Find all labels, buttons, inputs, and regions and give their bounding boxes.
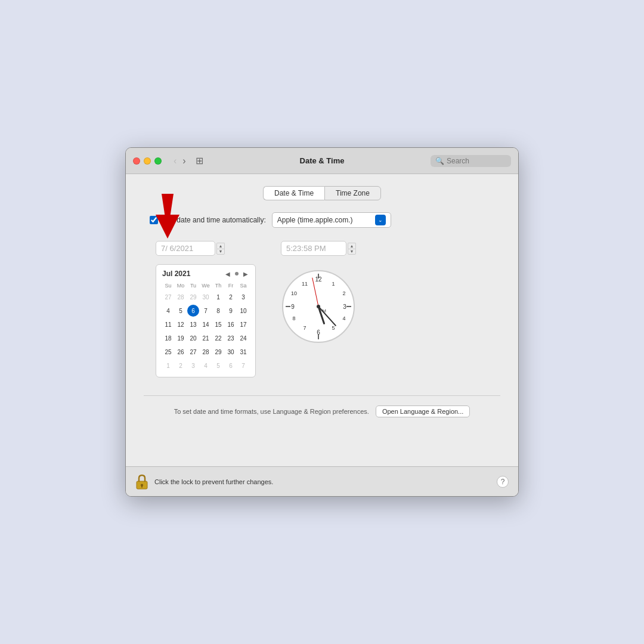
search-box: 🔍 xyxy=(431,155,511,167)
time-increment[interactable]: ▲ xyxy=(348,243,356,249)
table-row[interactable]: 12 xyxy=(175,318,187,330)
back-button[interactable]: ‹ xyxy=(171,155,179,167)
time-input[interactable]: 5:23:58 PM xyxy=(281,241,346,256)
table-row[interactable]: 30 xyxy=(200,291,212,303)
table-row[interactable]: 21 xyxy=(200,332,212,344)
table-row[interactable]: 4 xyxy=(200,360,212,371)
calendar-nav: ◀ ▶ xyxy=(224,271,249,277)
table-row[interactable]: 1 xyxy=(162,360,174,371)
search-input[interactable] xyxy=(447,157,506,165)
forward-button[interactable]: › xyxy=(180,155,188,167)
tab-date-time[interactable]: Date & Time xyxy=(263,186,324,200)
search-icon: 🔍 xyxy=(435,157,444,165)
tabs: Date & Time Time Zone xyxy=(144,186,500,200)
autoset-row: Set date and time automatically: Apple (… xyxy=(144,212,500,228)
table-row[interactable]: 5 xyxy=(212,360,224,371)
tab-time-zone[interactable]: Time Zone xyxy=(324,186,381,200)
table-row[interactable]: 14 xyxy=(200,318,212,330)
table-row[interactable]: 13 xyxy=(187,318,199,330)
date-stepper: ▲ ▼ xyxy=(216,243,225,255)
svg-point-25 xyxy=(317,305,320,308)
bottom-note-text: To set date and time formats, use Langua… xyxy=(174,408,369,415)
date-input-container: 7/ 6/2021 ▲ ▼ xyxy=(156,241,256,256)
grid-icon[interactable]: ⊞ xyxy=(196,155,203,166)
calendar-grid: Su Mo Tu We Th Fr Sa 27 28 29 30 1 2 xyxy=(162,281,249,372)
table-row[interactable]: 4 xyxy=(162,305,174,317)
date-input[interactable]: 7/ 6/2021 xyxy=(156,241,215,256)
clock-column: 5:23:58 PM ▲ ▼ xyxy=(280,241,357,345)
table-row[interactable]: 27 xyxy=(187,346,199,358)
calendar-next[interactable]: ▶ xyxy=(242,271,249,277)
calendar-widget: Jul 2021 ◀ ▶ Su Mo Tu We Th xyxy=(156,264,256,377)
table-row[interactable]: 19 xyxy=(175,332,187,344)
date-value: 7/ 6/2021 xyxy=(161,244,193,253)
table-row[interactable]: 11 xyxy=(162,318,174,330)
table-row[interactable]: 30 xyxy=(225,346,237,358)
calendar-prev[interactable]: ◀ xyxy=(224,271,231,277)
table-row[interactable]: 10 xyxy=(237,305,249,317)
table-row[interactable]: 2 xyxy=(175,360,187,371)
table-row[interactable]: 6 xyxy=(225,360,237,371)
server-select[interactable]: Apple (time.apple.com.) ⌄ xyxy=(272,212,391,228)
lock-text: Click the lock to prevent further change… xyxy=(154,478,273,485)
svg-text:10: 10 xyxy=(291,290,297,296)
cal-header-we: We xyxy=(200,281,212,290)
time-decrement[interactable]: ▼ xyxy=(348,249,356,255)
table-row[interactable]: 6 xyxy=(187,305,199,317)
calendar-header: Jul 2021 ◀ ▶ xyxy=(162,270,249,278)
svg-text:9: 9 xyxy=(291,304,295,310)
maximize-button[interactable] xyxy=(154,157,162,165)
autoset-checkbox[interactable] xyxy=(150,216,158,224)
svg-rect-28 xyxy=(141,485,143,488)
table-row[interactable]: 18 xyxy=(162,332,174,344)
table-row[interactable]: 9 xyxy=(225,305,237,317)
cal-header-sa: Sa xyxy=(237,281,249,290)
traffic-lights xyxy=(133,157,162,165)
table-row[interactable]: 5 xyxy=(175,305,187,317)
calendar-month: Jul 2021 xyxy=(162,270,190,278)
table-row[interactable]: 24 xyxy=(237,332,249,344)
svg-text:4: 4 xyxy=(342,315,345,321)
calendar-column: 7/ 6/2021 ▲ ▼ Jul 2021 ◀ xyxy=(156,241,256,377)
open-language-region-button[interactable]: Open Language & Region... xyxy=(376,405,470,417)
table-row[interactable]: 23 xyxy=(225,332,237,344)
minimize-button[interactable] xyxy=(144,157,151,165)
svg-text:11: 11 xyxy=(302,281,308,287)
table-row[interactable]: 27 xyxy=(162,291,174,303)
table-row[interactable]: 28 xyxy=(175,291,187,303)
calendar-dot xyxy=(235,272,239,275)
table-row[interactable]: 28 xyxy=(200,346,212,358)
table-row[interactable]: 16 xyxy=(225,318,237,330)
svg-text:7: 7 xyxy=(303,325,306,331)
main-area: 7/ 6/2021 ▲ ▼ Jul 2021 ◀ xyxy=(144,241,500,377)
nav-buttons: ‹ › xyxy=(171,155,188,167)
analog-clock: 12 3 6 9 1 2 4 5 7 8 10 11 PM xyxy=(280,268,357,345)
table-row[interactable]: 7 xyxy=(200,305,212,317)
table-row[interactable]: 25 xyxy=(162,346,174,358)
system-preferences-window: ‹ › ⊞ Date & Time 🔍 xyxy=(125,147,519,497)
help-button[interactable]: ? xyxy=(497,476,509,488)
server-name: Apple (time.apple.com.) xyxy=(277,216,373,224)
table-row[interactable]: 26 xyxy=(175,346,187,358)
svg-text:3: 3 xyxy=(343,304,346,310)
date-decrement[interactable]: ▼ xyxy=(216,249,225,255)
lock-icon[interactable] xyxy=(135,473,148,490)
svg-text:6: 6 xyxy=(317,329,320,336)
date-increment[interactable]: ▲ xyxy=(216,243,225,249)
table-row[interactable]: 7 xyxy=(237,360,249,371)
table-row[interactable]: 17 xyxy=(237,318,249,330)
table-row[interactable]: 3 xyxy=(237,291,249,303)
table-row[interactable]: 3 xyxy=(187,360,199,371)
table-row[interactable]: 8 xyxy=(212,305,224,317)
table-row[interactable]: 15 xyxy=(212,318,224,330)
table-row[interactable]: 29 xyxy=(212,346,224,358)
table-row[interactable]: 2 xyxy=(225,291,237,303)
table-row[interactable]: 1 xyxy=(212,291,224,303)
bottom-note: To set date and time formats, use Langua… xyxy=(144,395,500,417)
close-button[interactable] xyxy=(133,157,140,165)
table-row[interactable]: 31 xyxy=(237,346,249,358)
table-row[interactable]: 20 xyxy=(187,332,199,344)
table-row[interactable]: 29 xyxy=(187,291,199,303)
table-row[interactable]: 22 xyxy=(212,332,224,344)
svg-text:5: 5 xyxy=(332,325,335,331)
